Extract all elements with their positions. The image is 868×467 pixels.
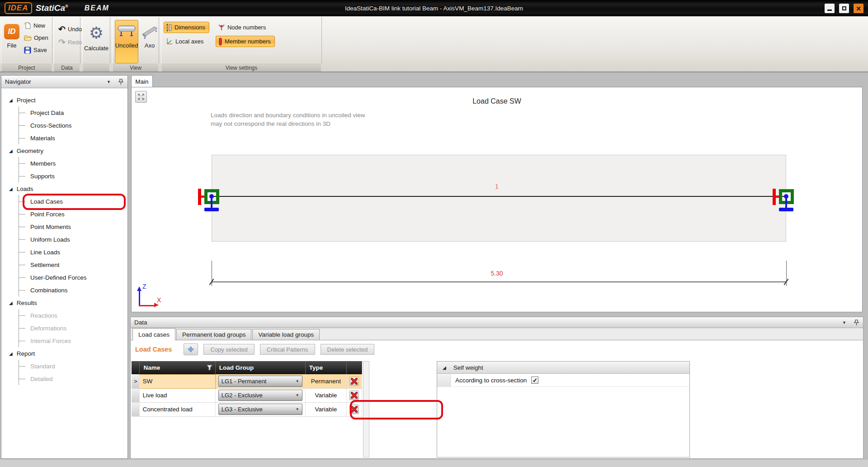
row-selector[interactable] [132, 388, 140, 402]
data-panel-pin-icon[interactable] [854, 319, 859, 326]
calculate-button[interactable]: ⚙ Calculate [84, 20, 109, 63]
load-group-cell: LG1 - Permanent ▼ [215, 374, 305, 388]
axo-button[interactable]: Axo [140, 20, 159, 63]
expander-icon[interactable]: ◢ [9, 300, 13, 305]
row-gutter [437, 374, 451, 386]
tree-node-settlement[interactable]: Settlement [19, 258, 127, 271]
copy-selected-button[interactable]: Copy selected [203, 344, 254, 355]
tree-node-materials[interactable]: Materials [19, 132, 127, 144]
member-numbers-button[interactable]: Member numbers [216, 36, 275, 47]
tree-node-point-moments[interactable]: Point Moments [19, 220, 127, 233]
tab-variable-load-groups[interactable]: Variable load groups [252, 329, 320, 340]
tree-label: User-Defined Forces [30, 274, 87, 281]
tree-node-cross-sections[interactable]: Cross-Sections [19, 119, 127, 132]
tree-node-uniform-loads[interactable]: Uniform Loads [19, 233, 127, 246]
load-group-dropdown[interactable]: LG3 - Exclusive ▼ [218, 404, 302, 415]
tab-main[interactable]: Main [131, 75, 153, 87]
undo-button[interactable]: ↶Undo [56, 24, 86, 35]
navigator-title: Navigator [5, 78, 31, 85]
close-button[interactable]: ✕ [854, 4, 863, 13]
table-row[interactable]: Concentrated load LG3 - Exclusive ▼ Vari… [132, 402, 362, 416]
tab-permanent-load-groups[interactable]: Permanent load groups [176, 329, 251, 340]
data-panel-collapse-icon[interactable]: ▼ [842, 320, 846, 325]
delete-row-button[interactable] [349, 391, 359, 400]
critical-patterns-button[interactable]: Critical Patterns [260, 344, 315, 355]
navigator-header: Navigator ▼ [1, 76, 127, 88]
support-right-node [784, 194, 788, 199]
table-row[interactable]: Live load LG2 - Exclusive ▼ Variable [132, 388, 362, 402]
uncoiled-label: Uncoiled [115, 42, 138, 49]
dimension-value-label: 5.30 [132, 270, 862, 277]
delete-selected-button[interactable]: Delete selected [321, 344, 375, 355]
expander-icon[interactable]: ◢ [9, 98, 13, 103]
expander-icon[interactable]: ◢ [9, 351, 13, 356]
according-to-cross-section-checkbox[interactable]: ✓ [531, 376, 538, 384]
minimize-button[interactable] [825, 4, 835, 13]
file-button[interactable]: ID File [4, 20, 20, 63]
maximize-button[interactable] [839, 4, 849, 13]
new-document-icon [24, 22, 31, 29]
save-label: Save [33, 47, 47, 53]
tree-node-project-data[interactable]: Project Data [19, 106, 127, 119]
table-scrollbar[interactable] [363, 361, 369, 457]
filter-funnel-icon[interactable] [207, 365, 212, 371]
tree-node-supports[interactable]: Supports [19, 170, 127, 182]
row-selector[interactable] [132, 402, 140, 416]
expander-icon[interactable]: ◢ [9, 186, 13, 191]
axis-x-line [139, 305, 155, 306]
delete-x-icon [351, 406, 358, 413]
axis-z-label: Z [142, 283, 146, 290]
tree-node-results[interactable]: ◢Results [1, 296, 127, 309]
uncoiled-button[interactable]: Uncoiled [115, 20, 138, 63]
load-group-dropdown[interactable]: LG1 - Permanent ▼ [218, 376, 302, 387]
table-row[interactable]: > SW LG1 - Permanent ▼ Permanent [132, 374, 362, 388]
titlebar: IDEA StatiCa® BEAM IdeaStatiCa-BIM link … [0, 0, 868, 16]
load-cases-toolbar: Load Cases Copy selected Critical Patter… [131, 340, 863, 358]
dimensions-button[interactable]: Dimensions [164, 22, 209, 33]
name-cell[interactable]: Live load [140, 388, 215, 402]
redo-button[interactable]: ↷Redo [56, 37, 86, 48]
name-cell[interactable]: Concentrated load [140, 402, 215, 416]
header-name[interactable]: Name [140, 361, 215, 374]
tree-node-loads[interactable]: ◢Loads [1, 182, 127, 195]
name-cell[interactable]: SW [140, 374, 215, 388]
main-viewport[interactable]: Load Case SW Loads direction and boundar… [131, 87, 863, 312]
node-numbers-button[interactable]: Node numbers [216, 22, 275, 33]
tab-load-cases[interactable]: Load cases [132, 328, 175, 340]
tree-label: Point Forces [30, 211, 65, 218]
self-weight-header[interactable]: ◢ Self weight [437, 362, 689, 374]
save-button[interactable]: Save [22, 44, 52, 56]
save-floppy-icon [24, 47, 31, 54]
tree-node-combinations[interactable]: Combinations [19, 284, 127, 296]
ribbon-group-calculate: ⚙ Calculate [82, 17, 110, 63]
local-axes-button[interactable]: Local axes [164, 36, 209, 47]
delete-x-icon [351, 392, 358, 399]
delete-row-button[interactable] [349, 405, 359, 414]
tree-node-project[interactable]: ◢Project [1, 94, 127, 106]
new-button[interactable]: New [22, 20, 52, 31]
expander-icon[interactable]: ◢ [9, 148, 13, 153]
header-type[interactable]: Type [305, 361, 346, 374]
file-icon: ID [4, 24, 19, 39]
tree-node-members[interactable]: Members [19, 157, 127, 170]
tree-node-reactions: Reactions [19, 309, 127, 322]
tree-node-load-cases[interactable]: Load Cases [19, 195, 127, 208]
axo-label: Axo [145, 42, 155, 49]
ribbon-group-data: ↶Undo ↷Redo Data [53, 17, 80, 63]
tree-node-line-loads[interactable]: Line Loads [19, 246, 127, 258]
tree-node-point-forces[interactable]: Point Forces [19, 208, 127, 220]
row-selector[interactable]: > [132, 374, 140, 388]
tree-node-user-defined-forces[interactable]: User-Defined Forces [19, 271, 127, 284]
self-weight-panel: ◢ Self weight According to cross-section… [437, 361, 690, 457]
load-group-value: LG1 - Permanent [222, 378, 267, 385]
tree-node-geometry[interactable]: ◢Geometry [1, 144, 127, 157]
add-load-case-button[interactable] [184, 343, 198, 355]
tree-node-report[interactable]: ◢Report [1, 347, 127, 360]
load-group-dropdown[interactable]: LG2 - Exclusive ▼ [218, 390, 302, 401]
header-load-group[interactable]: Load Group [215, 361, 305, 374]
delete-row-button[interactable] [349, 376, 359, 386]
open-button[interactable]: Open [22, 32, 52, 43]
expander-icon[interactable]: ◢ [443, 365, 446, 370]
navigator-pin-icon[interactable] [118, 79, 124, 85]
navigator-collapse-icon[interactable]: ▼ [107, 80, 111, 84]
